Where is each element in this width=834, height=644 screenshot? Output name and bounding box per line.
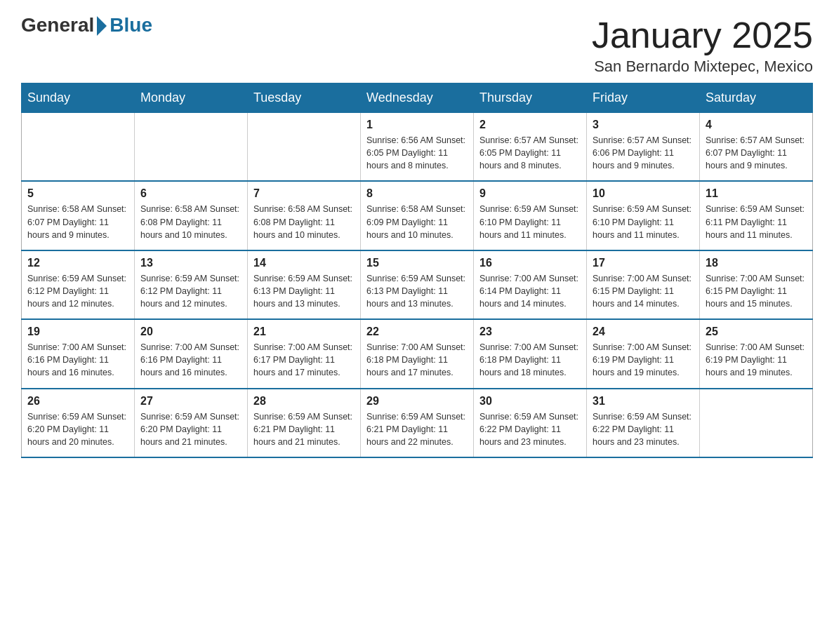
day-number: 6 <box>140 187 241 200</box>
day-info: Sunrise: 6:56 AM Sunset: 6:05 PM Dayligh… <box>366 134 468 172</box>
day-info: Sunrise: 6:59 AM Sunset: 6:20 PM Dayligh… <box>27 410 128 448</box>
weekday-header-thursday: Thursday <box>474 83 587 113</box>
day-info: Sunrise: 7:00 AM Sunset: 6:17 PM Dayligh… <box>253 341 355 379</box>
calendar-cell: 12Sunrise: 6:59 AM Sunset: 6:12 PM Dayli… <box>22 250 135 319</box>
calendar-week-row: 19Sunrise: 7:00 AM Sunset: 6:16 PM Dayli… <box>22 319 813 388</box>
calendar-cell <box>135 113 248 182</box>
day-number: 14 <box>253 257 355 269</box>
day-info: Sunrise: 7:00 AM Sunset: 6:14 PM Dayligh… <box>479 272 581 310</box>
calendar-cell: 13Sunrise: 6:59 AM Sunset: 6:12 PM Dayli… <box>135 250 248 319</box>
day-number: 2 <box>479 119 581 131</box>
calendar-cell <box>248 113 361 182</box>
day-number: 1 <box>366 119 468 131</box>
weekday-header-wednesday: Wednesday <box>361 83 474 113</box>
day-info: Sunrise: 6:57 AM Sunset: 6:05 PM Dayligh… <box>479 134 581 172</box>
page-header: General Blue January 2025 San Bernardo M… <box>21 14 813 76</box>
day-info: Sunrise: 7:00 AM Sunset: 6:19 PM Dayligh… <box>593 341 694 379</box>
calendar-cell: 22Sunrise: 7:00 AM Sunset: 6:18 PM Dayli… <box>361 319 474 388</box>
day-info: Sunrise: 6:58 AM Sunset: 6:08 PM Dayligh… <box>253 203 355 241</box>
day-number: 30 <box>479 395 581 408</box>
calendar-cell: 29Sunrise: 6:59 AM Sunset: 6:21 PM Dayli… <box>361 389 474 457</box>
day-number: 25 <box>706 326 807 338</box>
logo-blue-text: Blue <box>110 14 152 36</box>
calendar-cell: 9Sunrise: 6:59 AM Sunset: 6:10 PM Daylig… <box>474 181 587 250</box>
day-number: 21 <box>253 326 355 338</box>
weekday-header-sunday: Sunday <box>22 83 135 113</box>
calendar-cell: 19Sunrise: 7:00 AM Sunset: 6:16 PM Dayli… <box>22 319 135 388</box>
day-number: 22 <box>366 326 468 338</box>
calendar-cell: 21Sunrise: 7:00 AM Sunset: 6:17 PM Dayli… <box>248 319 361 388</box>
day-number: 16 <box>479 257 581 269</box>
day-info: Sunrise: 6:58 AM Sunset: 6:07 PM Dayligh… <box>27 203 128 241</box>
day-number: 9 <box>479 187 581 200</box>
calendar-cell: 20Sunrise: 7:00 AM Sunset: 6:16 PM Dayli… <box>135 319 248 388</box>
calendar-cell: 28Sunrise: 6:59 AM Sunset: 6:21 PM Dayli… <box>248 389 361 457</box>
day-number: 24 <box>593 326 694 338</box>
calendar-week-row: 26Sunrise: 6:59 AM Sunset: 6:20 PM Dayli… <box>22 389 813 457</box>
day-info: Sunrise: 6:58 AM Sunset: 6:09 PM Dayligh… <box>366 203 468 241</box>
weekday-header-tuesday: Tuesday <box>248 83 361 113</box>
day-info: Sunrise: 6:59 AM Sunset: 6:12 PM Dayligh… <box>27 272 128 310</box>
logo: General Blue <box>21 14 152 36</box>
calendar-cell: 4Sunrise: 6:57 AM Sunset: 6:07 PM Daylig… <box>700 113 813 182</box>
calendar-cell: 26Sunrise: 6:59 AM Sunset: 6:20 PM Dayli… <box>22 389 135 457</box>
day-number: 5 <box>27 187 128 200</box>
month-title: January 2025 <box>592 14 813 56</box>
day-info: Sunrise: 6:58 AM Sunset: 6:08 PM Dayligh… <box>140 203 241 241</box>
day-number: 7 <box>253 187 355 200</box>
calendar-cell: 5Sunrise: 6:58 AM Sunset: 6:07 PM Daylig… <box>22 181 135 250</box>
day-info: Sunrise: 6:59 AM Sunset: 6:22 PM Dayligh… <box>479 410 581 448</box>
day-number: 29 <box>366 395 468 408</box>
calendar-table: SundayMondayTuesdayWednesdayThursdayFrid… <box>21 83 813 458</box>
day-number: 23 <box>479 326 581 338</box>
day-number: 11 <box>706 187 807 200</box>
day-number: 15 <box>366 257 468 269</box>
day-number: 18 <box>706 257 807 269</box>
day-number: 31 <box>593 395 694 408</box>
calendar-cell: 3Sunrise: 6:57 AM Sunset: 6:06 PM Daylig… <box>587 113 700 182</box>
calendar-cell: 17Sunrise: 7:00 AM Sunset: 6:15 PM Dayli… <box>587 250 700 319</box>
calendar-week-row: 5Sunrise: 6:58 AM Sunset: 6:07 PM Daylig… <box>22 181 813 250</box>
day-info: Sunrise: 7:00 AM Sunset: 6:19 PM Dayligh… <box>706 341 807 379</box>
day-number: 8 <box>366 187 468 200</box>
calendar-cell: 2Sunrise: 6:57 AM Sunset: 6:05 PM Daylig… <box>474 113 587 182</box>
weekday-header-monday: Monday <box>135 83 248 113</box>
calendar-week-row: 12Sunrise: 6:59 AM Sunset: 6:12 PM Dayli… <box>22 250 813 319</box>
day-number: 12 <box>27 257 128 269</box>
day-info: Sunrise: 6:59 AM Sunset: 6:22 PM Dayligh… <box>593 410 694 448</box>
location-subtitle: San Bernardo Mixtepec, Mexico <box>592 58 813 76</box>
calendar-week-row: 1Sunrise: 6:56 AM Sunset: 6:05 PM Daylig… <box>22 113 813 182</box>
calendar-cell: 30Sunrise: 6:59 AM Sunset: 6:22 PM Dayli… <box>474 389 587 457</box>
logo-general-text: General <box>21 14 94 36</box>
day-info: Sunrise: 7:00 AM Sunset: 6:16 PM Dayligh… <box>27 341 128 379</box>
calendar-cell: 18Sunrise: 7:00 AM Sunset: 6:15 PM Dayli… <box>700 250 813 319</box>
day-info: Sunrise: 6:57 AM Sunset: 6:07 PM Dayligh… <box>706 134 807 172</box>
weekday-header-row: SundayMondayTuesdayWednesdayThursdayFrid… <box>22 83 813 113</box>
day-number: 28 <box>253 395 355 408</box>
logo-arrow-icon <box>97 16 107 36</box>
calendar-cell: 8Sunrise: 6:58 AM Sunset: 6:09 PM Daylig… <box>361 181 474 250</box>
calendar-cell: 27Sunrise: 6:59 AM Sunset: 6:20 PM Dayli… <box>135 389 248 457</box>
day-info: Sunrise: 7:00 AM Sunset: 6:15 PM Dayligh… <box>706 272 807 310</box>
day-info: Sunrise: 7:00 AM Sunset: 6:18 PM Dayligh… <box>366 341 468 379</box>
calendar-cell: 10Sunrise: 6:59 AM Sunset: 6:10 PM Dayli… <box>587 181 700 250</box>
calendar-cell: 1Sunrise: 6:56 AM Sunset: 6:05 PM Daylig… <box>361 113 474 182</box>
day-number: 19 <box>27 326 128 338</box>
calendar-cell: 31Sunrise: 6:59 AM Sunset: 6:22 PM Dayli… <box>587 389 700 457</box>
day-info: Sunrise: 6:59 AM Sunset: 6:10 PM Dayligh… <box>479 203 581 241</box>
calendar-cell: 6Sunrise: 6:58 AM Sunset: 6:08 PM Daylig… <box>135 181 248 250</box>
day-info: Sunrise: 6:59 AM Sunset: 6:11 PM Dayligh… <box>706 203 807 241</box>
day-number: 20 <box>140 326 241 338</box>
calendar-cell: 7Sunrise: 6:58 AM Sunset: 6:08 PM Daylig… <box>248 181 361 250</box>
day-info: Sunrise: 6:59 AM Sunset: 6:12 PM Dayligh… <box>140 272 241 310</box>
day-number: 13 <box>140 257 241 269</box>
day-info: Sunrise: 6:59 AM Sunset: 6:13 PM Dayligh… <box>253 272 355 310</box>
calendar-cell: 11Sunrise: 6:59 AM Sunset: 6:11 PM Dayli… <box>700 181 813 250</box>
day-number: 10 <box>593 187 694 200</box>
calendar-cell: 14Sunrise: 6:59 AM Sunset: 6:13 PM Dayli… <box>248 250 361 319</box>
title-block: January 2025 San Bernardo Mixtepec, Mexi… <box>592 14 813 76</box>
weekday-header-friday: Friday <box>587 83 700 113</box>
calendar-cell: 16Sunrise: 7:00 AM Sunset: 6:14 PM Dayli… <box>474 250 587 319</box>
weekday-header-saturday: Saturday <box>700 83 813 113</box>
day-info: Sunrise: 6:59 AM Sunset: 6:13 PM Dayligh… <box>366 272 468 310</box>
